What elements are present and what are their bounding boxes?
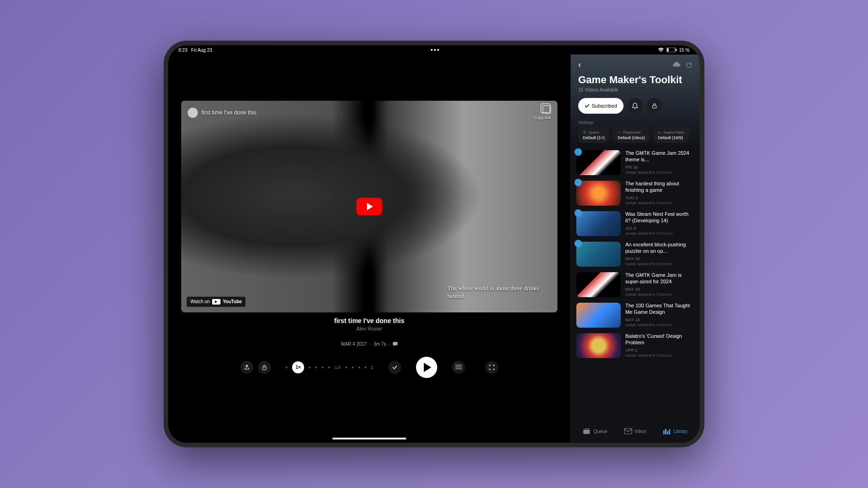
svg-rect-7 (584, 428, 590, 429)
video-panel: first time I've done this Copy link The … (168, 55, 570, 443)
settings-chip-placement[interactable]: ↔PlacementDefault (Inbox) (613, 128, 649, 143)
video-frame[interactable]: first time I've done this Copy link The … (181, 101, 557, 312)
back-button[interactable]: ‹ (578, 60, 581, 70)
video-thumbnail (576, 242, 621, 267)
video-item-date: MAY 29 (625, 287, 694, 292)
video-date: MAR 4 2017 (341, 342, 367, 347)
svg-rect-10 (665, 429, 666, 434)
battery-icon (666, 48, 677, 52)
chat-icon[interactable] (393, 342, 397, 346)
svg-rect-3 (393, 342, 397, 345)
video-item-title: The 100 Games That Taught Me Game Design (625, 303, 694, 316)
video-item[interactable]: The GMTK Game Jam is super-sized for 202… (576, 272, 694, 297)
privacy-button[interactable] (647, 98, 662, 114)
video-title: first time I've done this (168, 317, 570, 324)
video-list[interactable]: The GMTK Game Jam 2024 theme is... FRI 1… (571, 146, 700, 423)
speed-selector[interactable]: 1× 1.5 2 (286, 361, 373, 373)
chip-icon: ▭ (658, 130, 661, 134)
tab-library[interactable]: Library (663, 428, 688, 434)
settings-label: Settings (578, 120, 692, 125)
cloud-icon[interactable] (673, 62, 680, 68)
video-item-channel: GAME MAKER'S TOOLKIT (625, 232, 694, 236)
inbox-icon (624, 428, 632, 434)
video-item-date: FRI 16 (625, 165, 694, 170)
share-button[interactable] (240, 361, 253, 374)
svg-rect-12 (669, 429, 670, 434)
home-indicator[interactable] (332, 438, 406, 439)
expand-button[interactable] (485, 361, 498, 374)
lock-button[interactable] (258, 361, 271, 374)
notifications-button[interactable] (627, 98, 643, 114)
video-thumbnail (576, 181, 621, 206)
settings-chip-aspect-ratio[interactable]: ▭Aspect RatioDefault (16/9) (653, 128, 689, 143)
channel-subtitle: 15 Videos Available (578, 87, 692, 92)
wifi-icon (658, 48, 664, 52)
copy-icon (543, 105, 551, 114)
video-item[interactable]: An excellent block-pushing puzzler on an… (576, 242, 694, 267)
more-dots[interactable] (431, 49, 439, 51)
svg-rect-2 (676, 49, 677, 51)
video-item-date: MAY 16 (625, 317, 694, 322)
settings-chip-speed[interactable]: ⏱SpeedDefault (1×) (578, 128, 609, 143)
youtube-play-button[interactable] (356, 198, 382, 215)
subscribed-button[interactable]: Subscribed (578, 98, 623, 114)
video-item-channel: GAME MAKER'S TOOLKIT (625, 201, 694, 205)
video-author: Alex Rosier (168, 326, 570, 331)
video-item-title: Was Steam Next Fest worth it? (Developin… (625, 211, 694, 224)
video-item-channel: GAME MAKER'S TOOLKIT (625, 171, 694, 175)
video-item-date: AUG 2 (625, 195, 694, 200)
svg-rect-11 (667, 431, 668, 434)
tab-queue[interactable]: Queue (583, 428, 607, 434)
status-time: 8:23 (178, 48, 187, 53)
video-duration: 3m 7s (373, 342, 386, 347)
video-thumbnail (576, 303, 621, 328)
svg-rect-1 (667, 49, 669, 52)
video-item-date: MAY 30 (625, 256, 694, 261)
svg-rect-4 (263, 367, 266, 370)
side-panel: ‹ Game Maker's Toolkit 15 Videos Availab… (570, 55, 700, 443)
copy-link-button[interactable]: Copy link (534, 105, 551, 120)
status-date: Fri Aug 23 (191, 48, 212, 53)
video-item-channel: GAME MAKER'S TOOLKIT (625, 354, 694, 358)
video-thumbnail (576, 211, 621, 236)
channel-avatar[interactable] (188, 108, 198, 118)
video-item-title: An excellent block-pushing puzzler on an… (625, 242, 694, 255)
tab-inbox[interactable]: Inbox (624, 428, 646, 434)
play-button[interactable] (416, 357, 437, 378)
video-item-channel: GAME MAKER'S TOOLKIT (625, 293, 694, 297)
svg-rect-9 (663, 430, 665, 434)
video-caption: The whole world is about three drinks be… (447, 284, 549, 300)
video-item-title: The hardest thing about finishing a game (625, 181, 694, 194)
channel-title: Game Maker's Toolkit (578, 74, 692, 85)
video-item-channel: GAME MAKER'S TOOLKIT (625, 323, 694, 327)
svg-rect-5 (653, 105, 656, 108)
svg-rect-8 (624, 428, 632, 434)
speed-current[interactable]: 1× (292, 361, 304, 373)
video-item-title: Balatro's 'Cursed' Design Problem (625, 333, 694, 346)
youtube-logo-icon (212, 299, 220, 305)
video-thumbnail (576, 272, 621, 297)
queue-icon (583, 428, 591, 434)
video-item[interactable]: Balatro's 'Cursed' Design Problem APR 2 … (576, 333, 694, 358)
video-item-date: APR 2 (625, 348, 694, 353)
video-thumbnail (576, 150, 621, 175)
library-icon (663, 428, 671, 434)
video-item[interactable]: The 100 Games That Taught Me Game Design… (576, 303, 694, 328)
video-item[interactable]: The GMTK Game Jam 2024 theme is... FRI 1… (576, 150, 694, 175)
refresh-icon[interactable] (686, 62, 692, 68)
video-item-title: The GMTK Game Jam 2024 theme is... (625, 150, 694, 163)
video-item-date: JUL 8 (625, 226, 694, 231)
video-item-title: The GMTK Game Jam is super-sized for 202… (625, 272, 694, 285)
video-item[interactable]: Was Steam Next Fest worth it? (Developin… (576, 211, 694, 236)
checkmark-button[interactable] (388, 361, 401, 374)
chip-icon: ⏱ (583, 130, 587, 134)
video-thumbnail (576, 333, 621, 358)
watch-on-youtube[interactable]: Watch on YouTube (187, 297, 245, 307)
queue-button[interactable] (452, 361, 465, 374)
chip-icon: ↔ (617, 130, 621, 134)
ipad-frame: 8:23 Fri Aug 23 15 % first time I've d (164, 41, 704, 447)
overlay-title: first time I've done this (202, 110, 257, 116)
svg-rect-6 (583, 430, 590, 434)
battery-pct: 15 % (679, 48, 690, 53)
video-item[interactable]: The hardest thing about finishing a game… (576, 181, 694, 206)
